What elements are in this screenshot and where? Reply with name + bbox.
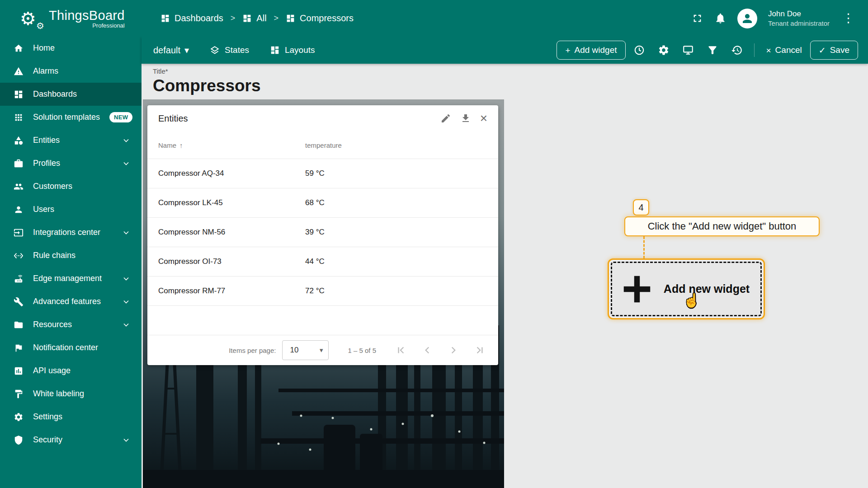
add-widget-button[interactable]: + Add widget — [557, 41, 625, 60]
sidebar-item-api-usage[interactable]: API usage — [0, 359, 142, 382]
sidebar-item-integrations-center[interactable]: Integrations center — [0, 221, 142, 244]
dashboard-toolbar: default ▾ States Layouts + Add widget — [142, 37, 868, 64]
layout-select[interactable]: default ▾ — [153, 45, 189, 56]
overflow-menu-button[interactable]: ⋮ — [840, 12, 856, 24]
notifications-button[interactable] — [714, 12, 726, 24]
column-label: Name — [158, 141, 176, 149]
widget-header: Entities × — [147, 105, 498, 131]
breadcrumb-label: Compressors — [300, 13, 354, 23]
person-icon — [741, 12, 754, 25]
toolbar-right: + Add widget × Cancel — [557, 39, 858, 61]
table-row[interactable]: Compressor NM-56 39 °C — [147, 217, 498, 247]
cell-name: Compressor OI-73 — [147, 257, 305, 266]
cell-temperature: 39 °C — [305, 228, 325, 237]
sidebar-item-settings[interactable]: Settings — [0, 405, 142, 428]
breadcrumb: Dashboards > All > Compressors — [160, 13, 354, 23]
user-role: Tenant administrator — [768, 19, 830, 28]
gear-icon: ⚙ — [36, 20, 44, 31]
tutorial-step-badge: 4 — [633, 199, 649, 216]
sidebar-item-dashboards[interactable]: Dashboards — [0, 83, 142, 106]
cancel-button[interactable]: × Cancel — [761, 41, 807, 59]
table-row[interactable]: Compressor OI-73 44 °C — [147, 247, 498, 276]
widget-actions: × — [440, 112, 487, 125]
first-page-button[interactable] — [388, 340, 414, 360]
version-history-button[interactable] — [726, 39, 748, 61]
check-icon: ✓ — [819, 46, 826, 55]
save-button[interactable]: ✓ Save — [810, 41, 858, 60]
next-page-button[interactable] — [440, 340, 467, 360]
breadcrumb-item-all[interactable]: All — [242, 13, 266, 23]
plus-icon: + — [565, 46, 570, 55]
sidebar-item-notification-center[interactable]: Notification center — [0, 336, 142, 359]
gear-icon — [14, 412, 24, 422]
states-label: States — [225, 45, 249, 55]
sidebar-item-entities[interactable]: Entities — [0, 129, 142, 152]
fullscreen-icon — [691, 12, 703, 24]
briefcase-icon — [14, 159, 24, 169]
sidebar-item-profiles[interactable]: Profiles — [0, 152, 142, 175]
sidebar-item-white-labeling[interactable]: White labeling — [0, 382, 142, 405]
avatar[interactable] — [737, 9, 757, 28]
cell-temperature: 44 °C — [305, 257, 325, 266]
add-widget-label: Add widget — [574, 45, 617, 55]
sidebar-item-customers[interactable]: Customers — [0, 175, 142, 198]
pagination-range: 1 – 5 of 5 — [348, 347, 376, 354]
shield-icon — [14, 435, 24, 445]
save-label: Save — [830, 45, 849, 55]
sidebar-item-alarms[interactable]: Alarms — [0, 60, 142, 83]
chevron-down-icon — [122, 136, 131, 145]
logo[interactable]: ⚙ ⚙ ThingsBoard Professional — [0, 0, 142, 37]
sidebar-item-resources[interactable]: Resources — [0, 313, 142, 336]
items-per-page-select[interactable]: 10 ▾ — [282, 340, 329, 360]
flag-icon — [14, 343, 24, 353]
sidebar-item-label: Home — [33, 43, 55, 53]
timewindow-button[interactable] — [628, 39, 650, 61]
dashboard-icon — [286, 14, 295, 23]
bell-icon — [714, 12, 726, 24]
sidebar-item-label: Alarms — [33, 66, 58, 76]
table-header-row: Name ↑ temperature — [147, 131, 498, 159]
widget-close-button[interactable]: × — [480, 112, 487, 125]
column-header-name[interactable]: Name ↑ — [147, 141, 305, 149]
sidebar-item-rule-chains[interactable]: Rule chains — [0, 244, 142, 267]
table-row[interactable]: Compressor LK-45 68 °C — [147, 188, 498, 217]
download-icon[interactable] — [460, 113, 471, 124]
add-new-widget-button[interactable]: Add new widget — [608, 258, 765, 319]
breadcrumb-item-compressors[interactable]: Compressors — [286, 13, 354, 23]
sidebar-item-users[interactable]: Users — [0, 198, 142, 221]
kebab-icon: ⋮ — [842, 12, 854, 24]
manage-layouts-button[interactable] — [677, 39, 699, 61]
pager-controls — [388, 340, 493, 360]
sidebar-item-edge-management[interactable]: Edge management — [0, 267, 142, 290]
cell-name: Compressor RM-77 — [147, 286, 305, 296]
plus-icon — [623, 275, 651, 303]
breadcrumb-item-dashboards[interactable]: Dashboards — [160, 13, 223, 23]
layouts-icon — [270, 45, 280, 55]
sidebar-item-solution-templates[interactable]: Solution templates NEW — [0, 106, 142, 129]
dashboard-settings-button[interactable] — [653, 39, 675, 61]
table-row[interactable]: Compressor RM-77 72 °C — [147, 276, 498, 305]
sidebar-item-security[interactable]: Security — [0, 428, 142, 451]
layouts-button[interactable]: Layouts — [270, 45, 315, 55]
states-button[interactable]: States — [210, 45, 249, 55]
last-page-button[interactable] — [467, 340, 493, 360]
chevron-down-icon — [122, 159, 131, 168]
column-header-temperature[interactable]: temperature — [305, 141, 342, 149]
dashboard-icon — [242, 14, 252, 23]
user-name: John Doe — [768, 9, 830, 19]
previous-page-button[interactable] — [414, 340, 440, 360]
table-row[interactable]: Compressor AQ-34 59 °C — [147, 159, 498, 188]
toolbar-left: default ▾ States Layouts — [153, 45, 315, 56]
sidebar-item-home[interactable]: Home — [0, 37, 142, 60]
edit-pencil-icon[interactable] — [440, 113, 451, 124]
filters-button[interactable] — [702, 39, 723, 61]
page-title[interactable]: Compressors — [153, 76, 261, 95]
cursor-pointer-icon: ☝ — [683, 292, 700, 308]
user-info: John Doe Tenant administrator — [768, 9, 830, 28]
fullscreen-button[interactable] — [691, 12, 703, 24]
cell-temperature: 59 °C — [305, 169, 325, 178]
title-field-label: Title* — [153, 67, 261, 75]
sidebar-item-advanced-features[interactable]: Advanced features — [0, 290, 142, 313]
chart-icon — [14, 366, 24, 376]
sidebar-item-label: Profiles — [33, 159, 60, 168]
